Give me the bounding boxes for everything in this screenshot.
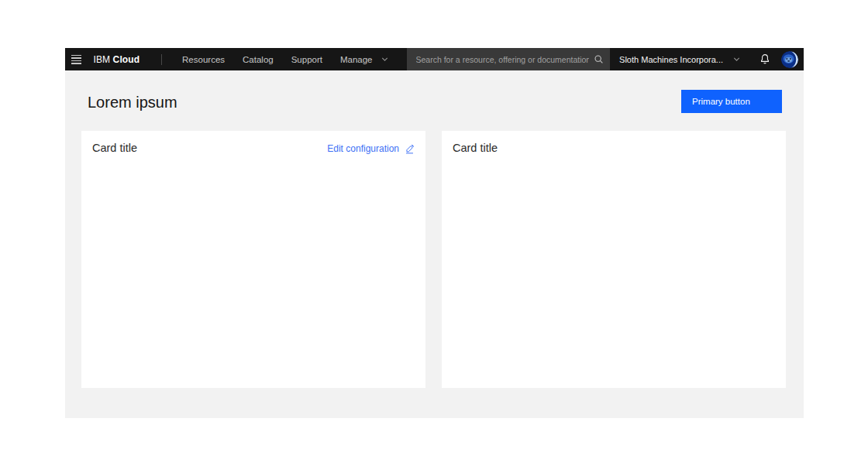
nav-item-label: Manage xyxy=(340,55,373,64)
top-header-bar: IBM Cloud Resources Catalog Support Mana… xyxy=(65,48,804,70)
brand-logo[interactable]: IBM Cloud xyxy=(94,54,140,65)
account-name: Sloth Machines Incorpora... xyxy=(619,55,723,64)
brand-prefix: IBM xyxy=(94,54,111,65)
header-divider xyxy=(161,54,162,65)
nav-item-label: Resources xyxy=(182,55,225,64)
card-title: Card title xyxy=(92,142,137,154)
nav-item-manage[interactable]: Manage xyxy=(340,55,389,64)
search-icon[interactable] xyxy=(594,54,604,64)
nav-item-support[interactable]: Support xyxy=(291,55,322,64)
card-left: Card title Edit configuration xyxy=(81,131,425,388)
page-header: Lorem ipsum Primary button xyxy=(65,70,804,113)
nav-item-catalog[interactable]: Catalog xyxy=(243,55,274,64)
card-header: Card title xyxy=(453,142,775,154)
card-header: Card title Edit configuration xyxy=(92,142,415,154)
chevron-down-icon xyxy=(381,55,389,63)
page-title: Lorem ipsum xyxy=(88,94,177,111)
nav-item-resources[interactable]: Resources xyxy=(182,55,225,64)
bell-icon[interactable] xyxy=(760,53,770,65)
chevron-down-icon xyxy=(732,55,741,63)
account-menu[interactable]: Sloth Machines Incorpora... xyxy=(619,55,741,64)
avatar[interactable] xyxy=(781,51,798,68)
edit-configuration-label: Edit configuration xyxy=(327,143,399,154)
brand-suffix: Cloud xyxy=(113,54,140,65)
primary-button[interactable]: Primary button xyxy=(681,90,782,113)
hamburger-bars xyxy=(71,55,81,64)
search-input[interactable] xyxy=(416,55,590,64)
card-title: Card title xyxy=(453,142,498,154)
header-search xyxy=(407,48,611,70)
edit-configuration-link[interactable]: Edit configuration xyxy=(327,143,415,154)
header-nav: Resources Catalog Support Manage xyxy=(182,55,406,64)
app-window: IBM Cloud Resources Catalog Support Mana… xyxy=(65,48,804,418)
nav-item-label: Catalog xyxy=(243,55,274,64)
nav-item-label: Support xyxy=(291,55,322,64)
menu-icon[interactable] xyxy=(65,48,88,70)
cards-row: Card title Edit configuration Card title xyxy=(65,131,804,388)
edit-pencil-icon xyxy=(405,144,415,154)
card-right: Card title xyxy=(442,131,786,388)
